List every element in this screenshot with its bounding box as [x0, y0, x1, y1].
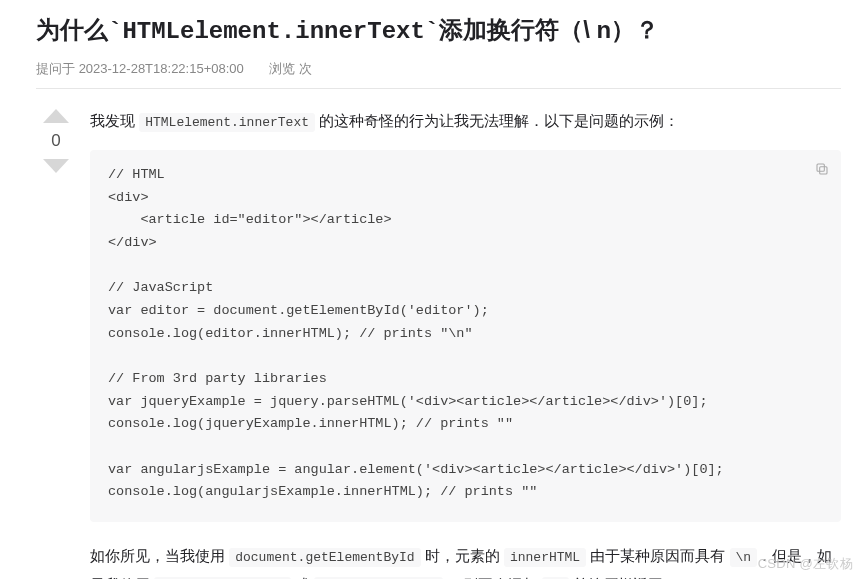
content-column: 我发现 HTMLelement.innerText 的这种奇怪的行为让我无法理解…	[90, 107, 841, 579]
vote-column: 0	[36, 109, 76, 173]
svg-rect-0	[820, 167, 827, 174]
intro-code: HTMLelement.innerText	[139, 113, 315, 132]
title-code: `HTMLelement.innerText`	[108, 18, 439, 45]
copy-button[interactable]	[811, 158, 833, 180]
title-pre: 为什么	[36, 16, 108, 43]
asked-label: 提问于	[36, 61, 75, 76]
views-suffix: 次	[299, 61, 312, 76]
downvote-icon[interactable]	[43, 159, 69, 173]
after-paragraph: 如你所见，当我使用 document.getElementById 时，元素的 …	[90, 542, 841, 579]
meta-row: 提问于 2023-12-28T18:22:15+08:00 浏览 次	[36, 60, 841, 78]
after-t1: 如你所见，当我使用	[90, 547, 229, 564]
views-label: 浏览	[269, 61, 295, 76]
page: 为什么`HTMLelement.innerText`添加换行符（\ n）？ 提问…	[0, 0, 867, 579]
watermark: CSDN @左钦杨	[758, 555, 853, 573]
vote-count: 0	[51, 131, 60, 151]
intro-text-b: 的这种奇怪的行为让我无法理解．以下是问题的示例：	[315, 112, 679, 129]
code-block: // HTML <div> <article id="editor"></art…	[90, 150, 841, 522]
divider	[36, 88, 841, 89]
after-t3: 由于某种原因而具有	[586, 547, 729, 564]
intro-text-a: 我发现	[90, 112, 139, 129]
after-c3: \n	[730, 548, 758, 567]
code-content[interactable]: // HTML <div> <article id="editor"></art…	[108, 164, 823, 504]
body: 0 我发现 HTMLelement.innerText 的这种奇怪的行为让我无法…	[36, 107, 841, 579]
asked-time: 2023-12-28T18:22:15+08:00	[79, 61, 244, 76]
after-c2: innerHTML	[504, 548, 586, 567]
intro-paragraph: 我发现 HTMLelement.innerText 的这种奇怪的行为让我无法理解…	[90, 107, 841, 136]
title-post: 添加换行符（\ n）？	[439, 16, 659, 43]
after-c1: document.getElementById	[229, 548, 420, 567]
page-title: 为什么`HTMLelement.innerText`添加换行符（\ n）？	[36, 14, 841, 48]
svg-rect-1	[817, 164, 824, 171]
copy-icon	[814, 161, 830, 177]
after-t2: 时，元素的	[421, 547, 504, 564]
upvote-icon[interactable]	[43, 109, 69, 123]
